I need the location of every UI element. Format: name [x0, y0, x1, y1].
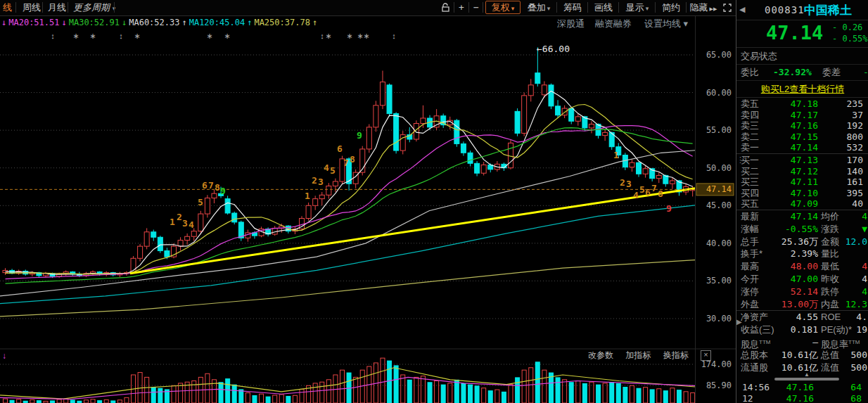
level-volume: 800 [847, 132, 863, 143]
tab-more-periods[interactable]: 更多周期 ▾ [73, 0, 115, 15]
level-price: 47.17 [791, 110, 818, 121]
volume-bar [650, 389, 655, 403]
stat-label: ROE [821, 311, 841, 324]
stat-label: 内盘 [821, 298, 839, 311]
volume-bar [293, 395, 297, 403]
candle [313, 199, 318, 206]
stat-value: 25.36万 [781, 236, 818, 248]
stat-row: 最高48.00最低4 [736, 260, 868, 273]
volume-bar [30, 399, 34, 403]
stat-row: 最新47.14均价4 [736, 210, 868, 223]
shenzhen-connect-link[interactable]: 深股通 [557, 18, 585, 30]
signal-number-label: 7 [208, 180, 214, 191]
candle [138, 246, 143, 258]
stat-label: 跌停 [821, 286, 839, 298]
candle [333, 181, 338, 186]
event-marker-icon: ↕ [392, 32, 396, 40]
ma-trend-arrow-icon: ↑ [312, 18, 317, 27]
chips-button[interactable]: 筹码 [560, 0, 585, 15]
panel-collapse-icon[interactable]: ▶ [736, 318, 742, 326]
volume-bar [260, 394, 264, 403]
tick-row: 1247.1668 [736, 393, 868, 403]
tab-day-line[interactable]: 线 [3, 0, 12, 15]
close-icon[interactable]: × [701, 350, 711, 361]
lock-icon[interactable] [438, 0, 453, 15]
stock-name[interactable]: 中国稀土 [804, 2, 852, 18]
simple-mode-button[interactable]: 简约 [658, 0, 684, 15]
stat-label: 涨幅 [741, 223, 759, 236]
volume-bar [623, 387, 627, 403]
level-volume: 192 [847, 120, 863, 132]
ask-row: 卖一47.14532 [736, 142, 868, 153]
candle [319, 195, 324, 198]
stat-label: 总手 [741, 236, 759, 248]
display-button[interactable]: 显示▾ [622, 0, 653, 15]
weibi-row: 委比 -32.92% 委差 - [736, 65, 868, 81]
stat-value: 4 [862, 260, 867, 273]
add-indicator-button[interactable]: 加指标 [625, 350, 651, 360]
tab-month-line[interactable]: 月线 [48, 0, 66, 15]
ma-trend-arrow-icon: ↑ [247, 18, 252, 27]
switch-indicator-button[interactable]: 换指标 [663, 350, 689, 360]
zoom-out-button[interactable]: − [471, 0, 482, 15]
fuquan-button[interactable]: 复权▾ [485, 1, 521, 14]
margin-trading-link[interactable]: 融资融券 [595, 18, 632, 30]
fullscreen-icon[interactable] [722, 0, 733, 15]
stat-value: 10.61亿 [781, 349, 818, 362]
draw-line-button[interactable]: 画线 [591, 0, 616, 15]
stat-label: 流通股 [741, 362, 768, 374]
candle [475, 163, 480, 173]
volume-bar [684, 392, 688, 403]
level-label: 卖二 [741, 132, 759, 143]
back-arrow-icon[interactable]: ◀ [739, 5, 745, 14]
event-marker-icon: ∗ [206, 32, 212, 40]
volume-bar [4, 399, 8, 403]
volume-bar [401, 375, 405, 403]
volume-bar [145, 377, 149, 403]
price-change-pct: - 0.55% [832, 34, 868, 44]
stat-label: 量比 [821, 248, 839, 260]
buy-l2-link[interactable]: 购买L2查看十档行情 [761, 84, 844, 94]
volume-bar [454, 380, 459, 403]
high-price-annotation: ←66.00 [537, 44, 570, 54]
candle [212, 193, 217, 198]
quote-header: ◀ 000831 中国稀土 [736, 0, 868, 20]
overlay-button[interactable]: 叠加▾ [523, 0, 554, 15]
change-params-button[interactable]: 改参数 [588, 350, 613, 360]
indicator-toolbar: 改参数 加指标 换指标 × [588, 350, 711, 361]
signal-number-label: 8 [215, 182, 220, 193]
trend-line [130, 188, 695, 274]
volume-bar [630, 385, 634, 403]
panel-scrollbar[interactable]: ▲ [736, 373, 868, 382]
kline-chart[interactable]: ↓65.0060.0055.0050.0045.0040.0035.0030.0… [0, 0, 736, 403]
hide-button[interactable]: 隐藏▶▶ [688, 0, 719, 15]
candle [178, 241, 183, 247]
fundamentals-block: 净资产4.55ROE4.收益(三)0.181PE(动)*19股息TTM—股息率T… [736, 310, 868, 373]
ask-book: 卖五47.18235卖四47.1737卖三47.16192卖二47.15800卖… [736, 98, 868, 154]
signal-number-label: 5 [198, 197, 203, 207]
tab-week-line[interactable]: 周线 [23, 0, 41, 15]
weicha-value: - [863, 65, 868, 80]
stat-row: 涨幅-0.55%涨跌▼ [736, 223, 868, 236]
event-marker-icon: ∗ [346, 32, 352, 40]
tick-volume: 64 [850, 382, 862, 393]
stat-value: ▼ [862, 223, 867, 236]
axis-label: 40.00 [706, 238, 732, 248]
level-price: 47.15 [791, 132, 818, 143]
volume-marker-icon: ↓ [2, 351, 6, 361]
zoom-in-button[interactable]: + [456, 0, 467, 15]
chevron-down-icon: ▾ [511, 5, 515, 12]
last-price: 47.14 [766, 22, 823, 44]
ask-row: 卖五47.18235 [736, 98, 868, 110]
ma-legend: ↓MA20:51.51↓MA30:52.91↓MA60:52.33↑MA120:… [1, 18, 319, 27]
scroll-up-icon[interactable]: ▲ [804, 371, 810, 378]
volume-bar [245, 393, 250, 403]
volume-bar [110, 400, 115, 403]
volume-bar [300, 389, 304, 403]
ma-settings-link[interactable]: 设置均线 ▾ [644, 18, 688, 30]
double-arrow-icon: ▶▶ [710, 6, 717, 11]
panel-drag-grip[interactable]: ⋮ [736, 158, 744, 162]
stat-row: 净资产4.55ROE4. [736, 311, 868, 324]
volume-bar [515, 377, 520, 403]
level-label: 卖一 [741, 142, 759, 153]
